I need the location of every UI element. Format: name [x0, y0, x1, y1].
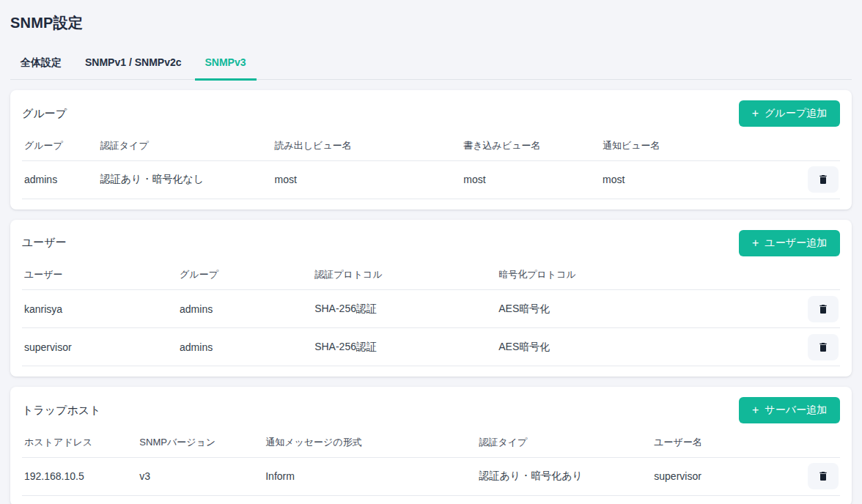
tab-bar: 全体設定SNMPv1 / SNMPv2cSNMPv3: [10, 49, 852, 80]
add-button-label: グループ追加: [765, 107, 827, 120]
column-header: グループ: [22, 131, 98, 160]
column-header: 読み出しビュー名: [272, 131, 461, 160]
action-column-header: [799, 131, 840, 160]
trash-icon: [817, 173, 829, 186]
groups-section: グループ+グループ追加グループ認証タイプ読み出しビュー名書き込みビュー名通知ビュ…: [10, 90, 852, 210]
column-header: ホストアドレス: [22, 428, 137, 457]
table-row: supervisoradminsSHA-256認証AES暗号化: [22, 328, 840, 366]
table-cell: 認証あり・暗号化なし: [98, 160, 273, 199]
delete-button[interactable]: [808, 463, 839, 489]
trap-hosts-add-button[interactable]: +サーバー追加: [739, 397, 840, 423]
users-table: ユーザーグループ認証プロトコル暗号化プロトコルkanrisyaadminsSHA…: [22, 261, 840, 367]
table-row: admins認証あり・暗号化なしmostmostmost: [22, 160, 840, 199]
table-cell: supervisor: [22, 328, 177, 366]
table-cell: v3: [137, 457, 263, 495]
groups-title: グループ: [22, 107, 67, 121]
card-head: トラップホスト+サーバー追加: [22, 397, 840, 423]
table-cell: AES暗号化: [496, 328, 799, 366]
tab--[interactable]: 全体設定: [10, 49, 72, 81]
column-header: 通知メッセージの形式: [263, 428, 476, 457]
table-header-row: ユーザーグループ認証プロトコル暗号化プロトコル: [22, 261, 840, 290]
plus-icon: +: [752, 404, 759, 416]
action-cell: [799, 290, 840, 328]
table-cell: admins: [177, 290, 312, 328]
table-cell: supervisor: [652, 457, 799, 495]
table-cell: AES暗号化: [496, 290, 799, 328]
table-row: 192.168.10.5v3Inform認証あり・暗号化ありsupervisor: [22, 457, 840, 495]
column-header: SNMPバージョン: [137, 428, 263, 457]
table-cell: most: [600, 160, 799, 199]
action-cell: [799, 457, 840, 495]
tab-snmpv3[interactable]: SNMPv3: [195, 49, 257, 81]
table-cell: kanrisya: [22, 290, 177, 328]
card-head: ユーザー+ユーザー追加: [22, 230, 840, 256]
table-cell: Inform: [263, 457, 476, 495]
snmp-settings-page: SNMP設定 全体設定SNMPv1 / SNMPv2cSNMPv3 グループ+グ…: [0, 0, 862, 504]
users-section: ユーザー+ユーザー追加ユーザーグループ認証プロトコル暗号化プロトコルkanris…: [10, 220, 852, 377]
page-title: SNMP設定: [10, 13, 852, 33]
column-header: グループ: [177, 261, 312, 290]
table-cell: most: [461, 160, 600, 199]
table-cell: admins: [22, 160, 98, 199]
table-cell: 認証あり・暗号化あり: [476, 457, 652, 495]
cards-container: グループ+グループ追加グループ認証タイプ読み出しビュー名書き込みビュー名通知ビュ…: [10, 90, 852, 504]
card-head: グループ+グループ追加: [22, 100, 840, 127]
action-column-header: [799, 428, 840, 457]
add-button-label: ユーザー追加: [765, 237, 827, 250]
table-cell: SHA-256認証: [312, 328, 496, 366]
groups-table: グループ認証タイプ読み出しビュー名書き込みビュー名通知ビュー名admins認証あ…: [22, 131, 840, 199]
column-header: 暗号化プロトコル: [496, 261, 799, 290]
action-cell: [799, 160, 840, 199]
column-header: 書き込みビュー名: [461, 131, 600, 160]
table-row: kanrisyaadminsSHA-256認証AES暗号化: [22, 290, 840, 328]
table-cell: 192.168.10.5: [22, 457, 137, 495]
table-header-row: ホストアドレスSNMPバージョン通知メッセージの形式認証タイプユーザー名: [22, 428, 840, 457]
table-cell: SHA-256認証: [312, 290, 496, 328]
delete-button[interactable]: [808, 334, 839, 360]
trash-icon: [817, 470, 829, 483]
plus-icon: +: [752, 237, 759, 249]
delete-button[interactable]: [808, 296, 839, 322]
trash-icon: [817, 303, 829, 316]
users-title: ユーザー: [22, 236, 67, 250]
trap-hosts-table: ホストアドレスSNMPバージョン通知メッセージの形式認証タイプユーザー名192.…: [22, 428, 840, 496]
column-header: 認証タイプ: [476, 428, 652, 457]
groups-add-button[interactable]: +グループ追加: [739, 100, 840, 127]
column-header: 通知ビュー名: [600, 131, 799, 160]
trash-icon: [817, 341, 829, 354]
column-header: ユーザー: [22, 261, 177, 290]
add-button-label: サーバー追加: [765, 404, 827, 417]
action-cell: [799, 328, 840, 366]
trap-hosts-section: トラップホスト+サーバー追加ホストアドレスSNMPバージョン通知メッセージの形式…: [10, 387, 852, 504]
table-cell: most: [272, 160, 461, 199]
column-header: ユーザー名: [652, 428, 799, 457]
delete-button[interactable]: [808, 166, 839, 193]
column-header: 認証プロトコル: [312, 261, 496, 290]
tab-snmpv1-snmpv2c[interactable]: SNMPv1 / SNMPv2c: [75, 49, 192, 81]
column-header: 認証タイプ: [98, 131, 273, 160]
plus-icon: +: [752, 108, 759, 119]
table-cell: admins: [177, 328, 312, 366]
action-column-header: [799, 261, 840, 290]
table-header-row: グループ認証タイプ読み出しビュー名書き込みビュー名通知ビュー名: [22, 131, 840, 160]
trap-hosts-title: トラップホスト: [22, 404, 100, 418]
users-add-button[interactable]: +ユーザー追加: [739, 230, 840, 256]
